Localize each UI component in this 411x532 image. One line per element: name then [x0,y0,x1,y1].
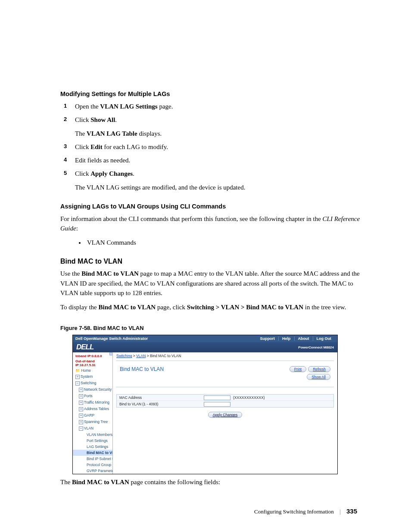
mac-address-label: MAC Address [117,395,204,400]
plus-icon[interactable]: + [79,414,83,418]
plus-icon[interactable]: + [79,394,83,398]
logout-link[interactable]: Log Out [313,336,335,341]
tree-gvrp[interactable]: GVRP Parameters [73,468,112,474]
assign-paragraph: For information about the CLI commands t… [60,214,361,233]
step-num: 3 [64,142,67,151]
inband-ip: Inband IP:0.0.0.0 [73,353,112,358]
support-link[interactable]: Support [256,336,278,341]
fields-intro: The Bind MAC to VLAN page contains the f… [60,479,361,486]
oob-ip: Out-of-band IP:10.27.5.31 [73,358,112,367]
step-1: 1 Open the VLAN LAG Settings page. [60,102,361,112]
tree-lag-settings[interactable]: LAG Settings [73,444,112,450]
bind-vlan-label: Bind to VLAN (1 - 4093) [117,401,204,407]
about-link[interactable]: About [294,336,313,341]
mac-address-input[interactable] [204,395,230,400]
tree-ports[interactable]: +Ports [73,393,112,399]
minus-icon[interactable]: − [79,426,83,431]
tree-vlan[interactable]: −VLAN [73,425,112,432]
plus-icon[interactable]: + [79,401,83,405]
step-num: 2 [64,115,67,124]
plus-icon[interactable]: + [75,375,80,379]
tree-vlan-membership[interactable]: VLAN Membership [73,432,112,438]
tree-garp[interactable]: +GARP [73,412,112,419]
bind-paragraph-1: Use the Bind MAC to VLAN page to map a M… [60,269,361,298]
print-button[interactable]: Print [290,366,306,372]
step-4: 4 Edit fields as needed. [60,156,361,165]
showall-button[interactable]: Show All [307,374,330,380]
step-text: Click Show All. [75,116,117,123]
step-num: 4 [64,156,67,164]
crumb-switching[interactable]: Switching [116,354,132,358]
tree-home[interactable]: 📁 Home [73,367,112,373]
step-text: Edit fields as needed. [75,157,130,164]
step-num: 5 [64,169,67,177]
step-text: Click Edit for each LAG to modify. [75,143,168,150]
tree-bind-ip[interactable]: Bind IP Subnet to V [73,456,112,462]
footer-page-number: 335 [346,507,357,515]
crumb-current: Bind MAC to VLAN [150,354,181,358]
steps-list: 1 Open the VLAN LAG Settings page. 2 Cli… [60,102,361,193]
page-footer: Configuring Switching Information | 335 [60,507,361,515]
apply-changes-button[interactable]: Apply Changes [208,412,243,418]
mac-hint: (XXXXXXXXXXXX) [233,395,265,400]
refresh-button[interactable]: Refresh [308,366,330,372]
footer-section: Configuring Switching Information [254,508,334,515]
product-name: PowerConnect M8024 [298,345,334,349]
vlan-commands-list: VLAN Commands [85,238,361,248]
tree-spanning-tree[interactable]: +Spanning Tree [73,419,112,425]
dell-logo: DELL [76,343,93,352]
content-pane: Switching > VLAN > Bind MAC to VLAN Bind… [113,352,337,474]
heading-assign: Assigning LAGs to VLAN Groups Using CLI … [60,203,361,210]
tree-switching[interactable]: −Switching [73,380,112,386]
app-screenshot: Dell OpenManage Switch Administrator Sup… [72,335,338,474]
tree-traffic-mirroring[interactable]: +Traffic Mirroring [73,399,112,406]
plus-icon[interactable]: + [79,420,83,424]
tree-system[interactable]: +System [73,373,112,380]
step-2: 2 Click Show All. The VLAN LAG Table dis… [60,115,361,139]
scroll-up-icon[interactable]: ˄ [109,352,112,355]
step-subtext: The VLAN LAG Table displays. [75,129,361,139]
nav-tree: ˄ Inband IP:0.0.0.0 Out-of-band IP:10.27… [73,352,113,474]
footer-separator: | [339,508,341,515]
step-subtext: The VLAN LAG settings are modified, and … [75,183,361,193]
page-title: Bind MAC to VLAN [120,366,164,372]
step-text: Open the VLAN LAG Settings page. [75,103,173,110]
heading-modifying: Modifying Settings for Multiple LAGs [60,90,361,97]
figure-caption: Figure 7-58. Bind MAC to VLAN [60,325,361,331]
crumb-vlan[interactable]: VLAN [136,354,146,358]
toplinks: Support Help About Log Out [256,336,335,341]
tree-protocol-group[interactable]: Protocol Group [73,462,112,468]
minus-icon[interactable]: − [75,381,80,386]
plus-icon[interactable]: + [79,388,83,392]
form-box: MAC Address (XXXXXXXXXXXX) Bind to VLAN … [116,394,334,408]
list-item: VLAN Commands [85,238,361,248]
step-3: 3 Click Edit for each LAG to modify. [60,142,361,152]
tree-network-security[interactable]: +Network Security [73,386,112,393]
tree-address-tables[interactable]: +Address Tables [73,406,112,412]
step-text: Click Apply Changes. [75,170,134,177]
plus-icon[interactable]: + [79,407,83,411]
heading-bind: Bind MAC to VLAN [60,258,361,265]
step-5: 5 Click Apply Changes. The VLAN LAG sett… [60,169,361,193]
bind-paragraph-2: To display the Bind MAC to VLAN page, cl… [60,302,361,312]
step-num: 1 [64,102,67,110]
help-link[interactable]: Help [278,336,294,341]
tree-bind-mac[interactable]: Bind MAC to VLAN [73,450,112,456]
bind-vlan-input[interactable] [204,402,230,407]
banner: DELL PowerConnect M8024 [73,342,337,352]
app-title: Dell OpenManage Switch Administrator [75,336,148,341]
breadcrumb: Switching > VLAN > Bind MAC to VLAN [116,353,334,361]
tree-port-settings[interactable]: Port Settings [73,438,112,444]
app-topbar: Dell OpenManage Switch Administrator Sup… [73,335,337,342]
